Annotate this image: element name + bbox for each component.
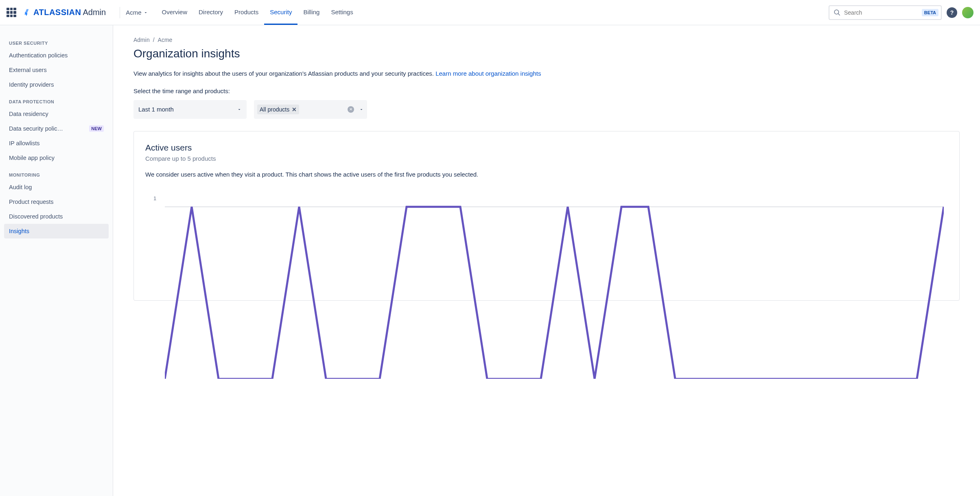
- clear-all-icon[interactable]: ✕: [348, 106, 354, 113]
- atlassian-icon: [23, 9, 31, 17]
- card-description: We consider users active when they visit…: [145, 170, 948, 179]
- sidebar-item-label: Discovered products: [9, 213, 63, 220]
- sidebar-group-title: USER SECURITY: [4, 33, 109, 48]
- nav-billing[interactable]: Billing: [298, 0, 325, 25]
- active-users-card: Active users Compare up to 5 products We…: [133, 131, 960, 301]
- top-nav: OverviewDirectoryProductsSecurityBilling…: [156, 0, 359, 25]
- breadcrumb-current[interactable]: Acme: [158, 37, 173, 43]
- avatar[interactable]: [962, 7, 973, 18]
- sidebar-item-mobile-app-policy[interactable]: Mobile app policy: [4, 151, 109, 165]
- remove-tag-icon[interactable]: ✕: [292, 106, 297, 113]
- sidebar-item-label: Data residency: [9, 111, 48, 117]
- sidebar: USER SECURITYAuthentication policiesExte…: [0, 25, 113, 496]
- select-label: Select the time range and products:: [133, 87, 960, 94]
- sidebar-group-title: DATA PROTECTION: [4, 92, 109, 107]
- sidebar-item-identity-providers[interactable]: Identity providers: [4, 77, 109, 92]
- app-switcher-icon[interactable]: [7, 8, 16, 17]
- sidebar-item-label: Data security polic…: [9, 125, 63, 132]
- product-tag-label: All products: [260, 106, 289, 113]
- help-icon[interactable]: ?: [947, 7, 957, 18]
- sidebar-item-label: Audit log: [9, 184, 32, 190]
- sidebar-item-label: Product requests: [9, 199, 54, 205]
- card-title: Active users: [145, 143, 948, 153]
- nav-overview[interactable]: Overview: [156, 0, 193, 25]
- sidebar-item-label: Authentication policies: [9, 52, 68, 59]
- y-tick-label: 1: [153, 195, 156, 201]
- chart-series: [165, 207, 944, 379]
- breadcrumb: Admin / Acme: [133, 37, 960, 43]
- nav-security[interactable]: Security: [264, 0, 298, 25]
- divider: [120, 7, 120, 18]
- chevron-down-icon: [237, 107, 242, 112]
- card-subtitle: Compare up to 5 products: [145, 155, 948, 162]
- search-input[interactable]: [844, 9, 922, 16]
- intro-text: View analytics for insights about the us…: [133, 69, 549, 79]
- svg-line-1: [838, 13, 840, 15]
- sidebar-item-external-users[interactable]: External users: [4, 63, 109, 77]
- sidebar-item-data-security-polic-[interactable]: Data security polic…NEW: [4, 121, 109, 136]
- sidebar-group-title: MONITORING: [4, 165, 109, 180]
- sidebar-item-label: Mobile app policy: [9, 155, 55, 161]
- product-multiselect[interactable]: All products ✕ ✕: [254, 100, 367, 119]
- page-title: Organization insights: [133, 47, 960, 60]
- sidebar-item-label: Identity providers: [9, 81, 54, 88]
- sidebar-item-ip-allowlists[interactable]: IP allowlists: [4, 136, 109, 151]
- org-name: Acme: [126, 9, 141, 16]
- sidebar-item-product-requests[interactable]: Product requests: [4, 194, 109, 209]
- time-range-value: Last 1 month: [138, 106, 174, 113]
- sidebar-item-discovered-products[interactable]: Discovered products: [4, 209, 109, 224]
- sidebar-item-audit-log[interactable]: Audit log: [4, 180, 109, 194]
- beta-badge: BETA: [922, 9, 938, 16]
- intro-body: View analytics for insights about the us…: [133, 70, 435, 77]
- chevron-down-icon: [359, 107, 364, 112]
- learn-more-link[interactable]: Learn more about organization insights: [435, 70, 541, 77]
- chevron-down-icon: [143, 10, 148, 15]
- sidebar-item-authentication-policies[interactable]: Authentication policies: [4, 48, 109, 63]
- chart: 1: [145, 195, 948, 289]
- breadcrumb-root[interactable]: Admin: [133, 37, 150, 43]
- chart-svg: [165, 199, 944, 379]
- new-badge: NEW: [89, 125, 104, 132]
- org-selector[interactable]: Acme: [126, 9, 148, 16]
- main-content: Admin / Acme Organization insights View …: [113, 25, 980, 496]
- nav-products[interactable]: Products: [229, 0, 264, 25]
- nav-directory[interactable]: Directory: [193, 0, 229, 25]
- logo[interactable]: ATLASSIAN Admin: [23, 8, 106, 17]
- sidebar-item-insights[interactable]: Insights: [4, 224, 109, 238]
- header: ATLASSIAN Admin Acme OverviewDirectoryPr…: [0, 0, 980, 25]
- breadcrumb-separator: /: [153, 37, 155, 43]
- sidebar-item-data-residency[interactable]: Data residency: [4, 107, 109, 121]
- time-range-dropdown[interactable]: Last 1 month: [133, 100, 247, 119]
- search-box[interactable]: BETA: [829, 5, 942, 20]
- sidebar-item-label: Insights: [9, 228, 29, 234]
- sidebar-item-label: IP allowlists: [9, 140, 39, 146]
- logo-suffix-text: Admin: [83, 8, 106, 17]
- sidebar-item-label: External users: [9, 67, 47, 73]
- search-icon: [833, 9, 841, 16]
- nav-settings[interactable]: Settings: [325, 0, 359, 25]
- product-tag: All products ✕: [257, 105, 299, 114]
- svg-point-0: [834, 10, 839, 14]
- logo-brand-text: ATLASSIAN: [33, 8, 81, 17]
